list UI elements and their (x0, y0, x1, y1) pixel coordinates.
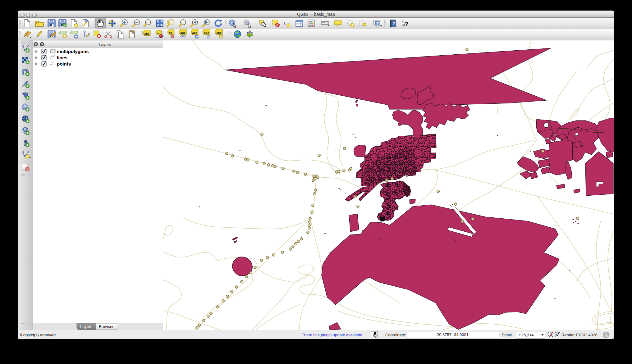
svg-text:?: ? (393, 21, 395, 26)
svg-text:T: T (377, 21, 379, 25)
svg-text:1:1: 1:1 (146, 21, 149, 24)
svg-text:?: ? (405, 21, 409, 27)
svg-text:abc: abc (144, 32, 149, 35)
svg-text:ab: ab (169, 31, 172, 34)
svg-text:ab: ab (157, 32, 159, 35)
svg-text:multipolygons: multipolygons (57, 49, 89, 54)
svg-text:Browser: Browser (99, 324, 114, 329)
svg-text:EPSG:4326: EPSG:4326 (576, 333, 598, 337)
svg-text:Layers: Layers (80, 324, 93, 329)
svg-text:points: points (57, 61, 71, 66)
svg-text:abc: abc (181, 31, 185, 34)
svg-text:abc: abc (204, 31, 209, 34)
svg-text:abc: abc (192, 31, 197, 34)
svg-text:abc: abc (217, 31, 222, 34)
svg-text:lines: lines (57, 55, 67, 60)
svg-text:Render: Render (561, 333, 575, 337)
svg-text:ε: ε (284, 19, 286, 26)
